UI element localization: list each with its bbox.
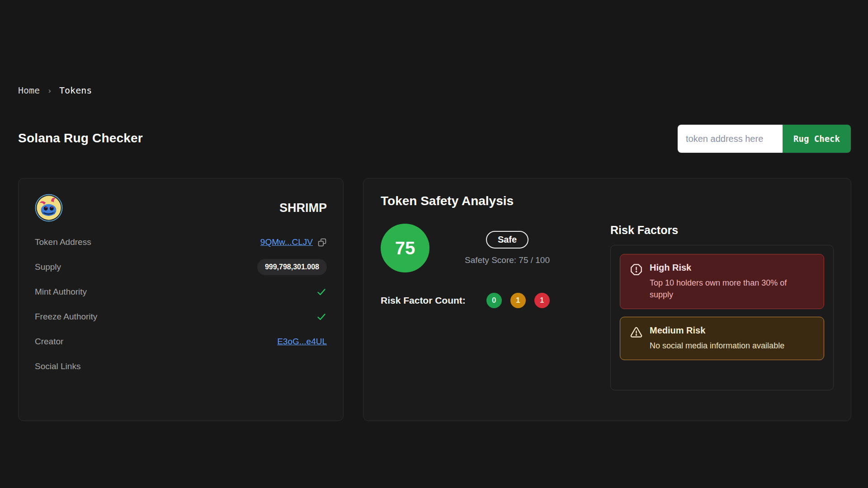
risk-description: Top 10 holders own more than 30% of supp… [650, 277, 791, 300]
check-icon [316, 286, 327, 297]
token-logo-icon [35, 194, 63, 222]
supply-value: 999,798,301.008 [257, 259, 327, 275]
token-address-link[interactable]: 9QMw...CLJV [260, 237, 313, 247]
row-label: Token Address [35, 237, 91, 247]
token-row-freeze-authority: Freeze Authority [35, 310, 327, 324]
check-icon [316, 311, 327, 322]
token-address-input[interactable] [678, 125, 783, 153]
page-title: Solana Rug Checker [18, 131, 143, 145]
row-label: Creator [35, 337, 63, 347]
token-row-address: Token Address 9QMw...CLJV [35, 235, 327, 249]
creator-address-link[interactable]: E3oG...e4UL [277, 337, 327, 347]
copy-icon[interactable] [317, 238, 327, 247]
risk-factors-heading: Risk Factors [610, 224, 834, 237]
breadcrumb-home-link[interactable]: Home [18, 85, 40, 96]
rug-check-button[interactable]: Rug Check [783, 125, 851, 153]
risk-level: Medium Risk [650, 325, 784, 336]
breadcrumb-tokens-link[interactable]: Tokens [59, 85, 92, 96]
low-risk-count-badge: 0 [486, 293, 502, 308]
risk-factor-count-row: Risk Factor Count: 0 1 1 [381, 293, 610, 308]
token-symbol: SHRIMP [279, 201, 327, 215]
token-row-mint-authority: Mint Authority [35, 285, 327, 299]
token-row-creator: Creator E3oG...e4UL [35, 335, 327, 348]
safety-score-panel: 75 Safe Safety Score: 75 / 100 Risk Fact… [381, 224, 610, 390]
risk-factors-list: High Risk Top 10 holders own more than 3… [610, 245, 834, 390]
safety-status-badge: Safe [486, 231, 528, 249]
high-risk-count-badge: 1 [534, 293, 550, 308]
token-row-social-links: Social Links [35, 360, 327, 373]
rug-check-searchbar: Rug Check [678, 125, 851, 153]
medium-risk-count-badge: 1 [510, 293, 526, 308]
row-label: Mint Authority [35, 287, 87, 297]
token-safety-analysis-card: Token Safety Analysis 75 Safe Safety Sco… [363, 178, 851, 421]
risk-level: High Risk [650, 263, 791, 273]
token-row-supply: Supply 999,798,301.008 [35, 260, 327, 274]
analysis-title: Token Safety Analysis [381, 194, 834, 208]
row-label: Supply [35, 262, 61, 272]
row-label: Social Links [35, 361, 80, 371]
token-info-card: SHRIMP Token Address 9QMw...CLJV Supply … [18, 178, 344, 421]
row-label: Freeze Authority [35, 312, 97, 322]
chevron-right-icon: › [47, 86, 52, 95]
alert-octagon-icon [630, 263, 642, 276]
breadcrumb: Home › Tokens [18, 85, 92, 96]
risk-item-high: High Risk Top 10 holders own more than 3… [620, 254, 824, 309]
safety-score-caption: Safety Score: 75 / 100 [465, 255, 550, 265]
risk-factor-count-label: Risk Factor Count: [381, 295, 466, 306]
risk-factors-panel: Risk Factors High Risk Top 10 holders ow… [610, 224, 834, 390]
warning-triangle-icon [630, 326, 642, 338]
risk-description: No social media information available [650, 340, 784, 352]
safety-score-circle: 75 [381, 224, 429, 272]
token-header: SHRIMP [35, 194, 327, 222]
risk-item-medium: Medium Risk No social media information … [620, 317, 824, 360]
